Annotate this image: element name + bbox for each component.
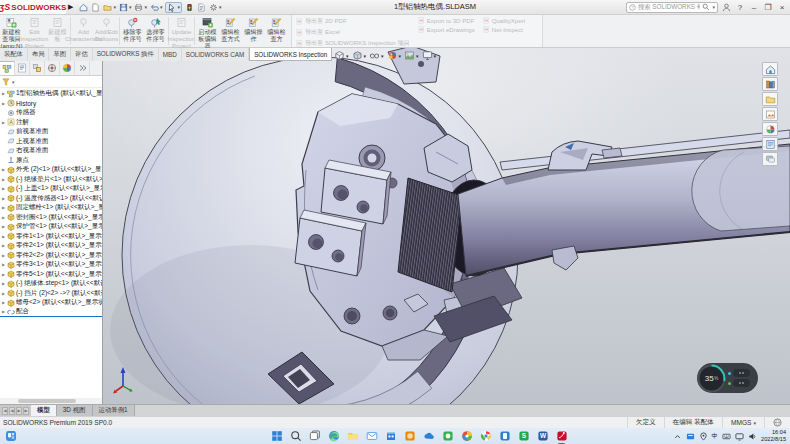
zoom-percent-widget[interactable]: 35% [697, 363, 758, 393]
panel-tab-dimxpert[interactable] [45, 61, 60, 75]
tree-filter[interactable]: ▾ [0, 76, 102, 88]
tree-item[interactable]: ▶零件2<1> (默认<<默认>_显示状态 [0, 241, 102, 251]
taskpane-appearances-button[interactable] [762, 122, 778, 136]
tray-location-icon[interactable] [699, 432, 708, 441]
taskbar-mail-button[interactable] [365, 430, 378, 443]
tab-评估[interactable]: 评估 [71, 48, 93, 61]
taskpane-home-button[interactable] [762, 62, 778, 76]
taskbar-word-button[interactable]: W [536, 430, 549, 443]
search-caret[interactable]: ▾ [712, 4, 715, 10]
tree-item[interactable]: ▶配合 [0, 308, 102, 318]
restore-button[interactable]: ❐ [763, 3, 773, 12]
taskpane-forum-button[interactable] [762, 152, 778, 166]
export-menu-item[interactable]: 导出至 SOLIDWORKS Inspection 项目 [296, 39, 410, 48]
taskbar-search-button[interactable] [289, 430, 302, 443]
edit-inspection-project-button[interactable]: Edit Inspection Project [23, 15, 46, 47]
tab-solidworks-cam[interactable]: SOLIDWORKS CAM [182, 48, 249, 61]
tray-chevron-up-icon[interactable] [673, 432, 682, 441]
taskbar-photos-button[interactable] [403, 430, 416, 443]
tree-item[interactable]: ▶A注解 [0, 118, 102, 128]
print-button[interactable]: ▾ [134, 3, 147, 12]
tree-root[interactable]: ▶1型铝轴热电偶 (默认<默认_显示状态-1 [0, 89, 102, 99]
panel-tab-featuremanager[interactable] [0, 61, 15, 75]
taskbar-blue-app-button[interactable] [498, 430, 511, 443]
hide-show-items-button[interactable]: ▾ [369, 50, 384, 61]
minimize-button[interactable]: – [749, 3, 759, 12]
taskbar-chrome-button[interactable] [479, 430, 492, 443]
edit-inspection-2-button[interactable]: 编辑检 查方 [265, 15, 288, 47]
rebuild-button[interactable] [185, 3, 194, 12]
edit-appearance-button[interactable]: ▾ [387, 50, 402, 61]
help-button[interactable]: ? [735, 3, 745, 12]
close-button[interactable]: × [777, 3, 787, 12]
export-menu-item[interactable]: Export eDrawings [418, 26, 475, 33]
flyout-arrow-icon[interactable]: ▶ [68, 3, 73, 11]
export-menu-item[interactable]: Export to 3D PDF [418, 17, 475, 24]
search-icon[interactable] [702, 3, 710, 11]
tab-solidworks-inspection[interactable]: SOLIDWORKS Inspection [249, 48, 332, 61]
save-button[interactable]: ▾ [119, 3, 132, 12]
tree-item[interactable]: ▶(-) 挡片 (2)<2> ->? (默认<<默认> [0, 289, 102, 299]
tray-volume-icon[interactable] [748, 432, 757, 441]
select-button[interactable]: ▾ [165, 2, 182, 13]
export-menu-item[interactable]: 导出至 2D PDF [296, 17, 410, 26]
tree-item[interactable]: ▶(-) 温度传感器<1> (默认<<默认>_ [0, 194, 102, 204]
panel-tab-configurations[interactable] [30, 61, 45, 75]
taskpane-file-explorer-button[interactable] [762, 92, 778, 106]
view-orientation-button[interactable]: ▾ [334, 50, 349, 61]
tree-item[interactable]: ▶零件2<2> (默认<<默认>_显示状态 [0, 251, 102, 261]
taskbar-green-app-button[interactable] [441, 430, 454, 443]
home-button[interactable] [79, 3, 88, 12]
tree-item[interactable]: ▶固定螺栓<1> (默认<<默认>_显示 [0, 203, 102, 213]
tree-item[interactable]: 上视基准面 [0, 137, 102, 147]
panel-tab-displaymanager[interactable] [60, 61, 75, 75]
view-settings-button[interactable]: ▾ [422, 50, 437, 61]
add-characteristic-button[interactable]: Add Characteristic [72, 15, 95, 47]
tree-item[interactable]: ▶History [0, 99, 102, 109]
status-units[interactable]: MMGS▾ [722, 417, 764, 428]
taskbar-solidworks-button[interactable] [555, 430, 568, 443]
tree-item[interactable]: ▶密封圈<1> (默认<<默认>_显示状 [0, 213, 102, 223]
graphics-viewport[interactable]: ▾▾▾▾▾▾▾▾ 35% [103, 48, 790, 404]
tree-item[interactable]: 前视基准面 [0, 127, 102, 137]
tree-item[interactable]: 右视基准面 [0, 146, 102, 156]
doc-tab-3D-视图[interactable]: 3D 视图 [57, 405, 93, 416]
export-menu-item[interactable]: Net-Inspect [483, 26, 526, 33]
panel-tab-propertymanager[interactable] [15, 61, 30, 75]
tab-mbd[interactable]: MBD [159, 48, 182, 61]
tree-item[interactable]: ▶(-) 绝缘垫片<1> (默认<<默认>_显 [0, 175, 102, 185]
taskbar-edge-button[interactable] [327, 430, 340, 443]
taskpane-view-palette-button[interactable] [762, 107, 778, 121]
file-properties-button[interactable] [197, 3, 206, 12]
tab-装配体[interactable]: 装配体 [0, 48, 28, 61]
taskbar-onedrive-button[interactable] [422, 430, 435, 443]
tray-card-icon[interactable] [686, 432, 695, 441]
taskbar-store-button[interactable] [384, 430, 397, 443]
taskbar-taskview-button[interactable] [308, 430, 321, 443]
taskpane-design-library-button[interactable] [762, 77, 778, 91]
export-menu-item[interactable]: QualityXpert [483, 17, 526, 24]
open-button[interactable]: ▾ [103, 3, 116, 12]
search-input[interactable]: ? 搜索 SOLIDWORKS 帮助 ▾ [626, 2, 718, 13]
taskbar-folder-button[interactable] [346, 430, 359, 443]
tree-item[interactable]: 传感器 [0, 108, 102, 118]
new-button[interactable] [91, 3, 100, 12]
apply-scene-button[interactable]: ▾ [404, 50, 419, 61]
tree-item[interactable]: ▶(-) 上盖<1> (默认<<默认>_显示状 [0, 184, 102, 194]
update-inspection-project-button[interactable]: Update Inspection Project [170, 15, 193, 47]
new-inspection-project-button[interactable]: 新建检 查项目 (amp;N) [0, 15, 23, 47]
edit-inspection-method-button[interactable]: 编辑检 查方式 [219, 15, 242, 47]
taskbar-wps-button[interactable]: S [517, 430, 530, 443]
tab-布局[interactable]: 布局 [28, 48, 50, 61]
tree-item[interactable]: ▶(-) 绝缘体.step<1> (默认<<默认> [0, 279, 102, 289]
taskbar-widgets-button[interactable] [4, 430, 17, 443]
tree-item[interactable]: ▶螺母<2> (默认<<默认>_显示状态 [0, 298, 102, 308]
add-edit-balloons-button[interactable]: Add/Edit Balloons [95, 15, 118, 47]
export-menu-item[interactable]: 导出至 Excel [296, 28, 410, 37]
doc-tab-模型[interactable]: 模型 [31, 405, 57, 416]
tab-nav-buttons[interactable]: ◀◀▶▶ [0, 405, 31, 416]
tray-keyboard-icon[interactable] [722, 432, 731, 441]
tree-item[interactable]: ▶外壳 (2)<1> (默认<<默认>_显示状 [0, 165, 102, 175]
tray-display-icon[interactable] [735, 432, 744, 441]
tab-solidworks-插件[interactable]: SOLIDWORKS 插件 [93, 48, 159, 61]
